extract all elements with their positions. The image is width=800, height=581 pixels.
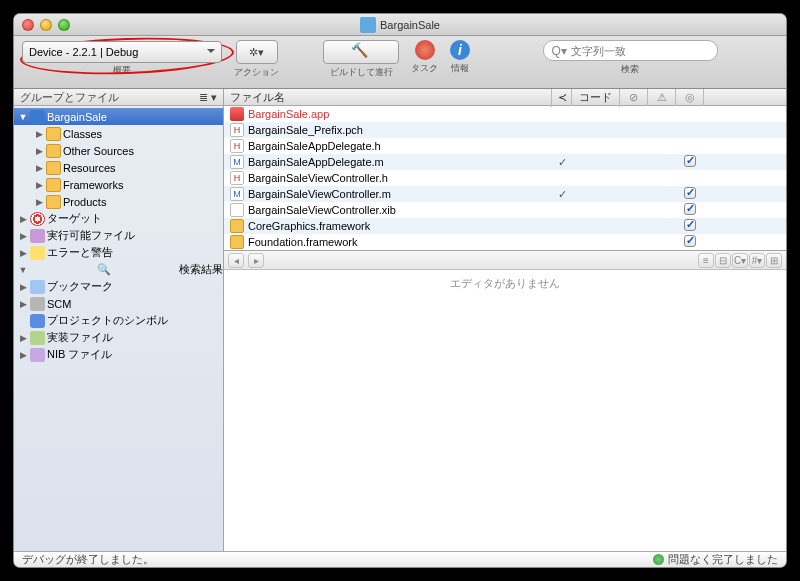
folder-row[interactable]: ▶ Frameworks: [14, 176, 223, 193]
folder-icon: [46, 178, 61, 192]
file-icon: H: [230, 171, 244, 185]
group-icon: [30, 246, 45, 260]
disclosure-icon[interactable]: ▶: [18, 248, 28, 258]
target-checkbox: [684, 203, 696, 215]
group-icon: [30, 314, 45, 328]
task-icon[interactable]: [415, 40, 435, 60]
sidebar: グループとファイル ≣ ▾ ▼ BargainSale ▶ Classes ▶ …: [14, 89, 224, 551]
file-list[interactable]: BargainSale.app HBargainSale_Prefix.pch …: [224, 106, 786, 251]
sidebar-menu-icon[interactable]: ≣ ▾: [199, 91, 217, 104]
search-field[interactable]: Q▾: [543, 40, 718, 61]
disclosure-icon[interactable]: ▼: [18, 265, 28, 275]
task-label: タスク: [411, 62, 438, 75]
folder-icon: [46, 161, 61, 175]
group-icon: [30, 348, 45, 362]
status-left: デバッグが終了しました。: [22, 552, 154, 567]
disclosure-icon[interactable]: ▶: [18, 282, 28, 292]
status-right: 問題なく完了しました: [668, 552, 778, 567]
group-icon: [30, 212, 45, 226]
file-icon: H: [230, 139, 244, 153]
file-row[interactable]: HBargainSaleViewController.h: [224, 170, 786, 186]
search-icon: Q▾: [552, 44, 567, 58]
smart-group-row[interactable]: プロジェクトのシンボル: [14, 312, 223, 329]
file-row[interactable]: MBargainSaleAppDelegate.m ✓: [224, 154, 786, 170]
file-icon: M: [230, 155, 244, 169]
smart-group-row[interactable]: ▶ エラーと警告: [14, 244, 223, 261]
disclosure-icon[interactable]: ▶: [34, 180, 44, 190]
smart-group-row[interactable]: ▶ 実装ファイル: [14, 329, 223, 346]
file-icon: [230, 203, 244, 217]
build-and-go-button[interactable]: [323, 40, 399, 64]
group-icon: [30, 263, 177, 277]
action-label: アクション: [234, 66, 279, 79]
folder-row[interactable]: ▶ Classes: [14, 125, 223, 142]
group-icon: [30, 331, 45, 345]
window-title: BargainSale: [14, 17, 786, 33]
file-icon: [230, 235, 244, 249]
disclosure-icon[interactable]: ▶: [34, 163, 44, 173]
success-icon: [653, 554, 664, 565]
nav-back-button[interactable]: ◂: [228, 253, 244, 268]
file-row[interactable]: Foundation.framework: [224, 234, 786, 250]
target-checkbox: [684, 155, 696, 167]
smart-group-row[interactable]: ▶ SCM: [14, 295, 223, 312]
smart-group-row[interactable]: ▶ 実行可能ファイル: [14, 227, 223, 244]
group-icon: [30, 229, 45, 243]
titlebar[interactable]: BargainSale: [14, 14, 786, 36]
file-row[interactable]: MBargainSaleViewController.m ✓: [224, 186, 786, 202]
window-title-text: BargainSale: [380, 19, 440, 31]
action-button[interactable]: ✲▾: [236, 40, 278, 64]
scheme-selector[interactable]: Device - 2.2.1 | Debug: [22, 41, 222, 63]
info-icon[interactable]: i: [450, 40, 470, 60]
nav-opt-1[interactable]: ≡: [698, 253, 714, 268]
search-label: 検索: [621, 63, 639, 76]
disclosure-icon[interactable]: ▶: [34, 197, 44, 207]
disclosure-icon[interactable]: ▼: [18, 112, 28, 122]
group-icon: [30, 280, 45, 294]
smart-group-row[interactable]: ▶ ターゲット: [14, 210, 223, 227]
file-row[interactable]: BargainSale.app: [224, 106, 786, 122]
groups-tree[interactable]: ▼ BargainSale ▶ Classes ▶ Other Sources …: [14, 106, 223, 551]
disclosure-icon[interactable]: ▶: [18, 333, 28, 343]
scheme-label: 概要: [113, 64, 131, 77]
file-list-header[interactable]: ファイル名 ≺ コード ⊘ ⚠ ◎: [224, 89, 786, 106]
project-row[interactable]: ▼ BargainSale: [14, 108, 223, 125]
project-icon: [360, 17, 376, 33]
status-bar: デバッグが終了しました。 問題なく完了しました: [14, 551, 786, 567]
file-row[interactable]: CoreGraphics.framework: [224, 218, 786, 234]
disclosure-icon[interactable]: ▶: [34, 129, 44, 139]
nav-fwd-button[interactable]: ▸: [248, 253, 264, 268]
sidebar-header[interactable]: グループとファイル ≣ ▾: [14, 89, 223, 106]
disclosure-icon[interactable]: ▶: [18, 350, 28, 360]
folder-row[interactable]: ▶ Other Sources: [14, 142, 223, 159]
editor-nav-strip: ◂ ▸ ≡ ⊟ C▾ #▾ ⊞: [224, 251, 786, 270]
smart-group-row[interactable]: ▶ ブックマーク: [14, 278, 223, 295]
disclosure-icon[interactable]: ▶: [18, 214, 28, 224]
file-icon: [230, 219, 244, 233]
nav-opt-4[interactable]: #▾: [749, 253, 765, 268]
file-row[interactable]: BargainSaleViewController.xib: [224, 202, 786, 218]
smart-group-row[interactable]: ▼ 検索結果: [14, 261, 223, 278]
editor-empty-message: エディタがありません: [450, 276, 560, 291]
disclosure-icon[interactable]: ▶: [34, 146, 44, 156]
search-input[interactable]: [571, 45, 709, 57]
disclosure-icon[interactable]: ▶: [18, 299, 28, 309]
file-row[interactable]: HBargainSale_Prefix.pch: [224, 122, 786, 138]
folder-icon: [46, 144, 61, 158]
info-label: 情報: [451, 62, 469, 75]
editor-area: エディタがありません: [224, 270, 786, 551]
nav-opt-5[interactable]: ⊞: [766, 253, 782, 268]
file-row[interactable]: HBargainSaleAppDelegate.h: [224, 138, 786, 154]
xcode-window: BargainSale Device - 2.2.1 | Debug 概要 ✲▾…: [14, 14, 786, 567]
folder-row[interactable]: ▶ Resources: [14, 159, 223, 176]
nav-opt-3[interactable]: C▾: [732, 253, 748, 268]
disclosure-icon[interactable]: ▶: [18, 231, 28, 241]
target-checkbox: [684, 235, 696, 247]
smart-group-row[interactable]: ▶ NIB ファイル: [14, 346, 223, 363]
target-checkbox: [684, 219, 696, 231]
folder-row[interactable]: ▶ Products: [14, 193, 223, 210]
hammer-icon: [351, 42, 371, 62]
build-label: ビルドして進行: [330, 66, 393, 79]
project-icon: [30, 110, 45, 124]
nav-opt-2[interactable]: ⊟: [715, 253, 731, 268]
